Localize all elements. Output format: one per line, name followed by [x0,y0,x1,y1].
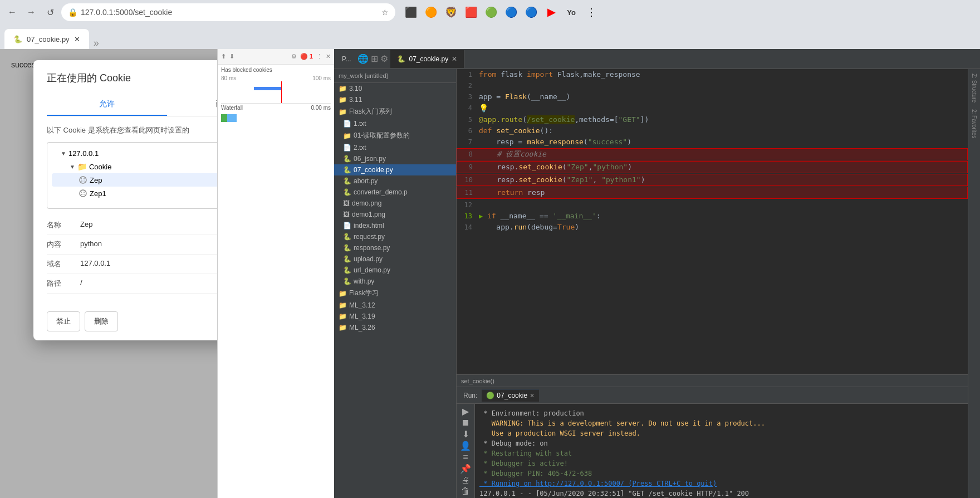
vtab-favorites[interactable]: 2: Favorites [970,107,978,140]
py-icon-upload: 🐍 [343,255,351,263]
vtab-structure[interactable]: Z: Structure [970,71,978,105]
svg-point-4 [84,180,85,182]
run-line-2: Use a production WSGI server instead. [479,428,963,438]
ide-tab-close-icon[interactable]: ✕ [452,55,457,63]
wallet-icon[interactable]: 🟢 [483,4,499,20]
tree-item-flask-study[interactable]: 📁 Flask学习 [334,287,456,300]
run-tab-close-icon[interactable]: ✕ [530,392,535,399]
tree-item-with[interactable]: 🐍 with.py [334,276,456,287]
tab-close-icon[interactable]: ✕ [74,35,80,43]
profile-icon[interactable]: 🟠 [423,4,439,20]
more-options-icon[interactable]: ⋮ [316,53,322,60]
project-tree: my_work [untitled] 📁 3.10 📁 3.11 📁 Flask… [334,69,457,498]
devtools-upload-icon[interactable]: ⬆ [221,53,226,60]
tree-label-abort: abort.py [354,177,378,185]
ide-split-icon[interactable]: ⊞ [371,53,378,64]
run-controls: ▶ ⏹ ⬇ 👤 ≡ 📌 🖨 🗑 [457,404,475,498]
py-icon-request: 🐍 [343,233,351,241]
code-line-1: 1 from flask import Flask,make_response [457,69,968,80]
tree-label-311: 3.11 [349,96,362,104]
py-icon-abort: 🐍 [343,177,351,185]
run-play-btn[interactable]: ▶ [459,406,472,417]
code-line-11: 11 return resp [457,187,968,199]
tree-item-01[interactable]: 📁 01-读取配置参数的 [334,129,456,142]
folder-icon-311: 📁 [339,96,347,104]
tree-item-1txt[interactable]: 📄 1.txt [334,118,456,129]
devtools-header: ⬆ ⬇ ⚙ 🔴 1 ⋮ ✕ [218,49,334,65]
devtools-settings-icon[interactable]: ⚙ [291,53,297,60]
tab-allow[interactable]: 允许 [47,94,167,116]
rewards-icon[interactable]: 🟥 [463,4,479,20]
tree-item-index[interactable]: 📄 index.html [334,220,456,231]
tab-title: 07_cookie.py [27,35,70,43]
code-editor[interactable]: 1 from flask import Flask,make_response … [457,69,968,374]
tree-label-index: index.html [354,222,384,230]
tree-item-flask-intro[interactable]: 📁 Flask入门系列 [334,105,456,118]
tree-item-06json[interactable]: 🐍 06_json.py [334,153,456,164]
file-icon-2txt: 📄 [343,144,351,152]
svg-point-9 [84,194,85,195]
tree-item-ml326[interactable]: 📁 ML_3.26 [334,322,456,333]
refresh-button[interactable]: ↺ [42,4,58,20]
ide-tab-label: 07_cookie.py [409,55,448,63]
tree-label-flask-study: Flask学习 [349,289,379,298]
tree-label-converter: converter_demo.p [354,188,408,196]
tree-item-demo1-png[interactable]: 🖼 demo1.png [334,209,456,220]
tree-item-311[interactable]: 📁 3.11 [334,94,456,105]
run-line-3: * Debug mode: on [479,438,963,448]
more-icon[interactable]: ⋮ [584,4,599,20]
run-list-btn[interactable]: ≡ [459,452,472,462]
back-button[interactable]: ← [4,4,20,20]
run-line-6: * Debugger PIN: 405-472-638 [479,468,963,479]
code-line-3: 3 app = Flask(__name__) [457,91,968,102]
run-down-btn[interactable]: ⬇ [459,429,472,440]
ide-active-tab[interactable]: 🐍 07_cookie.py ✕ [390,50,464,68]
brave-icon[interactable]: 🦁 [443,4,459,20]
project-root: my_work [untitled] [334,69,456,83]
tree-item-2txt[interactable]: 📄 2.txt [334,142,456,153]
tree-item-request[interactable]: 🐍 request.py [334,231,456,242]
img-icon-demo1: 🖼 [343,211,350,218]
ide-settings-icon[interactable]: ⚙ [380,53,388,64]
devtools-download-icon[interactable]: ⬇ [229,53,234,60]
youtube-icon[interactable]: ▶ [543,4,559,20]
star-icon: ☆ [381,8,389,17]
tree-item-upload[interactable]: 🐍 upload.py [334,253,456,265]
tree-item-converter[interactable]: 🐍 converter_demo.p [334,187,456,198]
tree-item-07cookie[interactable]: 🐍 07_cookie.py [334,164,456,175]
forward-button[interactable]: → [23,4,39,20]
sync-icon[interactable]: 🔵 [523,4,539,20]
url-text: 127.0.0.1:5000/set_cookie [81,8,172,17]
timeline-label-100: 100 ms [312,75,331,81]
run-panel: Run: 🟢 07_cookie ✕ ▶ ⏹ ⬇ 👤 [457,387,968,498]
vpn-icon[interactable]: 🔵 [503,4,519,20]
tree-item-response[interactable]: 🐍 response.py [334,242,456,253]
active-tab[interactable]: 🐍 07_cookie.py ✕ [4,29,89,49]
tree-item-abort[interactable]: 🐍 abort.py [334,175,456,187]
svg-point-7 [84,192,85,193]
code-line-2: 2 [457,80,968,91]
tree-item-ml319[interactable]: 📁 ML_3.19 [334,311,456,322]
run-pin-btn[interactable]: 📌 [459,463,472,474]
devtools-close-icon[interactable]: ✕ [326,53,331,60]
run-line-7[interactable]: * Running on http://127.0.0.1:5000/ (Pre… [479,479,963,489]
delete-button[interactable]: 删除 [85,311,118,331]
extensions-icon[interactable]: ⬛ [403,4,419,20]
ide-globe-icon[interactable]: 🌐 [357,53,369,64]
run-stop-btn[interactable]: ⏹ [459,418,472,428]
tree-item-urldemo[interactable]: 🐍 url_demo.py [334,265,456,276]
tree-item-310[interactable]: 📁 3.10 [334,83,456,94]
lock-icon: 🔒 [68,8,77,17]
tree-item-ml312[interactable]: 📁 ML_3.12 [334,300,456,311]
run-print-btn[interactable]: 🖨 [459,475,472,485]
py-icon-with: 🐍 [343,277,351,285]
run-person-btn[interactable]: 👤 [459,441,472,451]
address-bar[interactable]: 🔒 127.0.0.1:5000/set_cookie ☆ [61,3,395,21]
run-trash-btn[interactable]: 🗑 [459,486,472,496]
run-tab-07cookie[interactable]: 🟢 07_cookie ✕ [482,389,539,402]
cookie-icon-zep1 [79,189,87,198]
block-button[interactable]: 禁止 [47,311,80,331]
tree-item-demo-png[interactable]: 🖼 demo.png [334,198,456,209]
new-tab-button[interactable]: » [89,37,104,49]
svg-point-2 [84,178,85,179]
